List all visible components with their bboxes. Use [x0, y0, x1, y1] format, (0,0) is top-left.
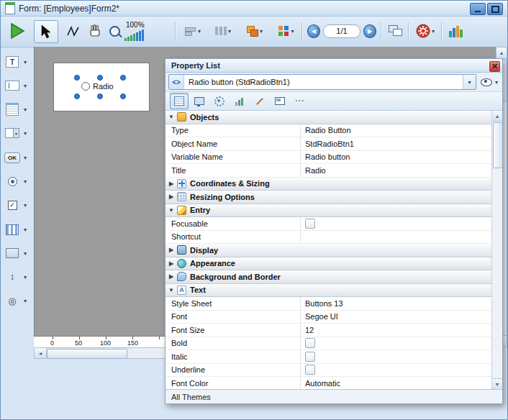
distribution-menu-button[interactable]: ▾ [211, 20, 235, 42]
zoom-bars-icon[interactable] [124, 29, 144, 41]
dropdown-arrow-icon[interactable]: ▾ [24, 202, 27, 209]
level-menu-button[interactable]: ▾ [242, 20, 267, 42]
tab-preview[interactable] [271, 93, 289, 109]
tab-events[interactable] [230, 93, 249, 109]
zoom-level-control[interactable]: 100% [124, 20, 171, 42]
section-entry[interactable]: ▼ Entry [165, 204, 491, 218]
dropdown-arrow-icon[interactable]: ▾ [291, 28, 294, 35]
selection-handle[interactable] [120, 75, 126, 81]
property-value[interactable]: 12 [301, 324, 491, 337]
dropdown-arrow-icon[interactable]: ▾ [228, 28, 231, 35]
scroll-up-button[interactable]: ▲ [496, 47, 507, 59]
splitter-tool[interactable]: ↕ ▾ [4, 269, 27, 285]
section-resizing-options[interactable]: ▶ Resizing Options [165, 191, 491, 204]
property-list-scrollbar[interactable]: ▲ ▼ [491, 111, 502, 389]
section-text[interactable]: ▼ A Text [165, 284, 491, 298]
selection-handle[interactable] [74, 93, 80, 99]
scroll-down-button[interactable]: ▼ [492, 378, 502, 389]
next-page-icon[interactable]: ▶ [363, 24, 376, 38]
tab-control-tool[interactable]: ◎ ▾ [4, 293, 27, 309]
dropdown-arrow-icon[interactable]: ▾ [24, 83, 27, 89]
tab-action[interactable] [210, 93, 229, 109]
tab-objects[interactable] [170, 93, 189, 109]
page-indicator-field[interactable]: 1/1 [323, 20, 360, 42]
dropdown-arrow-icon[interactable]: ▾ [198, 28, 201, 35]
tab-coordinates[interactable] [250, 93, 269, 109]
horizontal-scrollbar-thumb[interactable] [47, 349, 127, 359]
rectangle-tool[interactable]: ▾ [4, 245, 27, 261]
dropdown-arrow-icon[interactable]: ▾ [24, 298, 27, 304]
previous-page-icon[interactable]: ◀ [307, 24, 320, 38]
button-grid-tool[interactable]: ▾ [4, 222, 27, 237]
tab-more[interactable]: ··· [291, 93, 309, 109]
property-value[interactable]: Radio Button [301, 124, 491, 137]
windows-button[interactable] [386, 20, 404, 42]
property-value[interactable]: Automatic [301, 377, 491, 389]
dropdown-arrow-icon[interactable]: ▾ [24, 250, 27, 257]
selection-handle[interactable] [97, 75, 103, 81]
show-hide-button[interactable]: ▾ [479, 75, 499, 89]
disclosure-triangle-icon[interactable]: ▶ [165, 193, 177, 200]
title-bar[interactable]: Form: [Employees]Form2* [1, 1, 507, 17]
bold-checkbox[interactable] [305, 338, 315, 348]
property-value[interactable] [301, 231, 491, 244]
dropdown-arrow-icon[interactable]: ▾ [24, 274, 27, 280]
close-button[interactable]: ✕ [489, 61, 500, 72]
dropdown-arrow-icon[interactable]: ▾ [24, 106, 27, 113]
theme-filter-bar[interactable]: All Themes [165, 389, 502, 403]
minimize-button[interactable] [470, 3, 486, 15]
checkbox-tool[interactable]: ✓ ▾ [4, 197, 27, 213]
disclosure-triangle-icon[interactable]: ▶ [165, 247, 177, 253]
dropdown-arrow-icon[interactable]: ▾ [24, 130, 27, 137]
disclosure-triangle-icon[interactable]: ▼ [165, 207, 177, 214]
combobox-tool[interactable]: ▾ ▾ [4, 125, 27, 141]
scroll-up-button[interactable]: ▲ [492, 111, 502, 122]
section-objects[interactable]: ▼ Objects [165, 111, 491, 124]
property-value[interactable]: Radio [301, 164, 491, 177]
draw-tool-button[interactable] [64, 20, 83, 42]
next-page-button[interactable]: ▶ [363, 20, 376, 42]
radio-button-object[interactable]: Radio [81, 82, 114, 91]
disclosure-triangle-icon[interactable]: ▶ [165, 181, 177, 187]
zoom-tool-button[interactable] [107, 20, 122, 42]
chart-tool-button[interactable] [447, 20, 464, 42]
duplicate-grid-menu-button[interactable]: ▾ [274, 20, 299, 42]
disclosure-triangle-icon[interactable]: ▼ [165, 287, 177, 293]
form-page[interactable]: Radio [53, 63, 150, 111]
scrollbar-thumb[interactable] [493, 122, 502, 168]
focusable-checkbox[interactable] [305, 219, 315, 229]
scroll-left-button[interactable]: ◄ [35, 348, 47, 358]
selection-handle[interactable] [97, 93, 103, 99]
execute-form-button[interactable] [6, 20, 28, 42]
section-display[interactable]: ▶ Display [165, 244, 491, 257]
selection-handle[interactable] [120, 93, 126, 99]
disclosure-triangle-icon[interactable]: ▶ [165, 260, 177, 267]
input-tool[interactable]: ▾ [4, 78, 27, 93]
property-value[interactable]: Radio button [301, 151, 491, 164]
label-tool[interactable]: T ▾ [4, 54, 27, 70]
property-list-title-bar[interactable]: Property List ✕ [165, 59, 502, 73]
property-value[interactable]: Segoe UI [301, 311, 491, 324]
dropdown-arrow-icon[interactable]: ▾ [495, 79, 498, 86]
form-properties-menu-button[interactable]: ▾ [412, 20, 438, 42]
dropdown-arrow-icon[interactable]: ▾ [24, 227, 27, 233]
section-background-border[interactable]: ▶ Background and Border [165, 270, 491, 284]
dropdown-arrow-icon[interactable]: ▾ [463, 75, 476, 89]
disclosure-triangle-icon[interactable]: ▶ [165, 273, 177, 280]
selection-handle[interactable] [74, 75, 80, 81]
maximize-button[interactable] [487, 3, 503, 15]
section-coordinates-sizing[interactable]: ▶ Coordinates & Sizing [165, 178, 491, 191]
dropdown-arrow-icon[interactable]: ▾ [24, 59, 27, 65]
property-value[interactable]: Buttons 13 [301, 297, 491, 310]
button-tool[interactable]: OK ▾ [4, 150, 27, 165]
page-indicator[interactable]: 1/1 [323, 24, 360, 38]
property-value[interactable]: StdRadioBtn1 [301, 137, 491, 150]
dropdown-arrow-icon[interactable]: ▾ [24, 178, 27, 185]
dropdown-arrow-icon[interactable]: ▾ [432, 28, 435, 35]
underline-checkbox[interactable] [305, 365, 315, 375]
previous-page-button[interactable]: ◀ [307, 20, 320, 42]
listbox-tool[interactable]: ▾ [4, 101, 27, 117]
disclosure-triangle-icon[interactable]: ▼ [165, 114, 177, 120]
hand-tool-button[interactable] [86, 20, 104, 42]
dropdown-arrow-icon[interactable]: ▾ [24, 155, 27, 161]
